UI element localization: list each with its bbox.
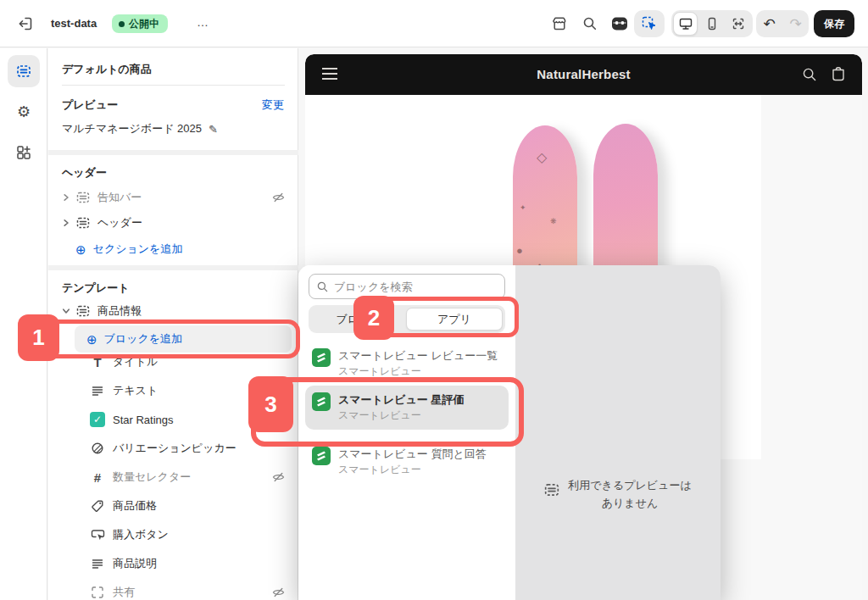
chevron-right-icon [60,193,72,202]
site-title[interactable]: NaturalHerbest [305,67,862,81]
edit-pencil-icon[interactable]: ✎ [209,123,218,136]
add-block-button[interactable]: ⊕ ブロックを追加 [75,325,292,353]
app-block-review-list[interactable]: スマートレビュー レビュー一覧 スマートレビュー [305,342,509,386]
select-cursor-icon [641,15,658,32]
section-icon [75,191,91,204]
header-group-title: ヘッダー [62,165,107,181]
callout-badge-1: 1 [18,314,59,361]
save-button[interactable]: 保存 [814,10,854,37]
page-title: デフォルトの商品 [62,62,152,77]
device-preview-switcher [671,10,753,37]
editor-search-button[interactable] [580,14,600,34]
callout-badge-2: 2 [353,296,394,340]
smart-review-app-icon [312,392,331,411]
price-tag-icon [89,499,106,513]
exit-icon [17,15,34,32]
mobile-view-button[interactable] [699,12,724,36]
add-section-button[interactable]: ⊕ セクションを追加 [75,242,182,257]
popover-list-pane: ブロック アプリ スマートレビュー レビュー一覧 スマートレビュー [298,265,515,600]
extension-mask-button[interactable] [609,14,630,34]
search-input[interactable] [334,281,487,293]
variant-picker-icon [89,442,106,455]
mask-icon [610,14,629,33]
rail-app-embeds-tab[interactable] [8,136,40,169]
select-tool-toggle[interactable] [634,10,665,37]
hash-icon: # [89,470,106,485]
popover-tabs: ブロック アプリ [309,305,505,333]
view-store-button[interactable] [549,14,570,34]
block-item-buy-button[interactable]: 購入ボタン [48,523,298,547]
divider [62,85,285,86]
popover-preview-pane: 利用できるプレビューは ありません [515,265,721,600]
top-bar: test-data 公開中 … [0,0,868,47]
text-lines-icon [89,384,106,397]
plus-circle-icon: ⊕ [86,333,97,346]
sections-sidebar: デフォルトの商品 プレビュー 変更 マルチマネージボード 2025 ✎ ヘッダー… [48,48,298,600]
hidden-eye-slash-icon[interactable] [272,192,285,204]
block-search-field[interactable] [309,274,505,299]
fullscreen-view-button[interactable] [726,12,751,36]
chevron-right-icon [60,219,72,227]
no-preview-message: 利用できるプレビューは ありません [515,477,721,513]
preview-product: マルチマネージボード 2025 ✎ [62,121,218,136]
gear-icon: ⚙ [17,103,31,121]
store-icon [551,15,568,32]
fullscreen-icon [731,16,746,31]
change-preview-link[interactable]: 変更 [262,97,284,113]
block-item-description[interactable]: 商品説明 [48,552,298,575]
star-check-icon: ✓ [89,412,106,427]
chevron-down-icon [60,307,72,315]
status-dot-icon [119,21,125,27]
hidden-eye-slash-icon[interactable] [272,471,285,484]
status-badge: 公開中 [112,14,168,33]
search-icon [581,15,598,32]
preview-site-header: NaturalHerbest [305,54,862,95]
rail-sections-tab[interactable] [8,55,40,87]
history-controls: ↶ ↷ [756,10,809,37]
tab-apps[interactable]: アプリ [406,308,503,331]
sections-icon [15,63,32,80]
preview-label: プレビュー [62,97,118,113]
smart-review-app-icon [312,447,331,465]
section-icon [544,482,559,497]
section-icon [75,304,91,318]
app-embeds-icon [15,144,32,161]
sidebar-item-header[interactable]: ヘッダー [48,211,298,235]
mobile-icon [704,16,720,31]
title-icon: T [89,355,106,369]
rail-theme-settings-tab[interactable]: ⚙ [8,96,40,128]
text-lines-icon [89,557,106,570]
desktop-icon [678,16,693,31]
template-group-title: テンプレート [62,281,130,296]
redo-button[interactable]: ↷ [789,15,801,33]
share-frame-icon [89,586,106,599]
plus-circle-icon: ⊕ [75,243,86,256]
buy-cursor-icon [89,528,106,542]
block-item-variant-picker[interactable]: バリエーションピッカー [48,436,298,460]
section-divider [48,150,298,155]
callout-badge-3: 3 [248,376,293,432]
sidebar-item-product-info[interactable]: 商品情報 [48,299,298,323]
cart-bag-icon[interactable] [830,66,847,83]
app-block-qa[interactable]: スマートレビュー 質問と回答 スマートレビュー [305,440,509,484]
section-icon [75,216,91,230]
desktop-view-button[interactable] [673,12,698,36]
search-icon [316,281,329,293]
block-item-quantity-selector[interactable]: # 数量セレクター [48,465,298,489]
block-item-title[interactable]: T タイトル [48,350,298,374]
block-item-share[interactable]: 共有 [48,581,298,600]
section-divider [48,265,298,270]
theme-name: test-data [51,17,97,30]
theme-editor: test-data 公開中 … [0,0,868,600]
undo-button[interactable]: ↶ [763,15,775,33]
app-block-star-rating[interactable]: スマートレビュー 星評価 スマートレビュー [305,386,509,430]
smart-review-app-icon [312,348,331,367]
more-actions-button[interactable]: … [192,12,214,32]
block-item-price[interactable]: 商品価格 [48,494,298,518]
site-search-icon[interactable] [801,66,818,83]
hidden-eye-slash-icon[interactable] [272,586,285,599]
sidebar-item-announcement-bar[interactable]: 告知バー [48,186,298,209]
exit-editor-button[interactable] [14,12,37,36]
